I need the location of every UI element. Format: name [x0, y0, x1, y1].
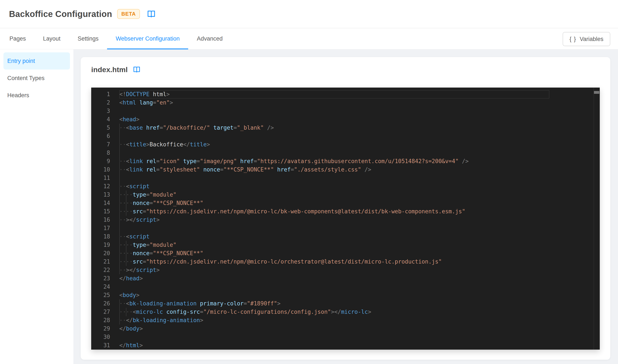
tab-pages[interactable]: Pages [1, 28, 35, 49]
code-line: 28··</bk-loading-animation> [91, 316, 600, 325]
indent-guide [119, 224, 120, 233]
page-title: Backoffice Configuration [9, 9, 112, 19]
code-line: 3 [91, 107, 600, 115]
line-number: 5 [91, 124, 110, 132]
sidebar: Entry pointContent TypesHeaders [0, 49, 73, 364]
line-number: 23 [91, 274, 110, 283]
line-number: 20 [91, 249, 110, 258]
curly-braces-icon: { } [569, 36, 576, 42]
line-number: 27 [91, 308, 110, 316]
code-content: ····<micro-lc config-src="/micro-lc-conf… [119, 308, 371, 316]
code-content: </body> [119, 325, 143, 333]
code-content: ····type="module" [119, 241, 176, 249]
open-book-icon [132, 65, 141, 74]
line-number: 7 [91, 140, 110, 149]
sidebar-item-content-types[interactable]: Content Types [3, 70, 70, 87]
code-line: 8 [91, 149, 600, 157]
code-content: ··<base href="/backoffice/" target="_bla… [119, 124, 274, 132]
header-docs-button[interactable] [146, 9, 156, 19]
code-line: 19····type="module" [91, 241, 600, 249]
line-number: 2 [91, 99, 110, 107]
code-line: 13····type="module" [91, 191, 600, 199]
code-line: 20····nonce="**CSP_NONCE**" [91, 249, 600, 258]
line-number: 28 [91, 316, 110, 325]
code-line: 24 [91, 283, 600, 291]
indent-guide [119, 174, 120, 182]
editor-scrollbar-track [593, 88, 600, 350]
editor-scrollbar-thumb[interactable] [594, 91, 599, 94]
code-content: ····nonce="**CSP_NONCE**" [119, 199, 203, 207]
tab-webserver-configuration[interactable]: Webserver Configuration [107, 28, 188, 49]
code-content: </html> [119, 341, 143, 350]
code-content: ··<script [119, 233, 150, 241]
card-header: index.html [91, 65, 141, 74]
code-content: ····src="https://cdn.jsdelivr.net/npm/@m… [119, 258, 442, 266]
line-number: 21 [91, 258, 110, 266]
code-content: ··<title>Backoffice</title> [119, 140, 210, 149]
code-content: ··<link rel="stylesheet" nonce="**CSP_NO… [119, 166, 371, 174]
line-number: 25 [91, 291, 110, 299]
line-number: 4 [91, 115, 110, 124]
code-line: 5··<base href="/backoffice/" target="_bl… [91, 124, 600, 132]
code-content: <head> [119, 115, 140, 124]
code-line: 30 [91, 333, 600, 341]
variables-button[interactable]: { } Variables [563, 32, 610, 46]
indent-guide [119, 132, 120, 140]
line-number: 14 [91, 199, 110, 207]
code-line: 26··<bk-loading-animation primary-color=… [91, 299, 600, 308]
code-content: <html lang="en"> [119, 99, 173, 107]
code-line: 31</html> [91, 341, 600, 350]
beta-badge: BETA [117, 9, 140, 19]
variables-button-label: Variables [579, 36, 603, 42]
code-content: <body> [119, 291, 140, 299]
code-content: ····src="https://cdn.jsdelivr.net/npm/@m… [119, 207, 465, 216]
code-line: 23</head> [91, 274, 600, 283]
line-number: 11 [91, 174, 110, 182]
code-line: 17 [91, 224, 600, 233]
sidebar-item-entry-point[interactable]: Entry point [3, 52, 70, 70]
line-number: 24 [91, 283, 110, 291]
code-content: <!DOCTYPE html> [119, 90, 170, 99]
code-line: 1<!DOCTYPE html> [91, 90, 600, 99]
line-number: 9 [91, 157, 110, 166]
code-line: 12··<script [91, 182, 600, 191]
code-line: 7··<title>Backoffice</title> [91, 140, 600, 149]
code-line: 18··<script [91, 233, 600, 241]
page-header: Backoffice Configuration BETA [0, 0, 618, 28]
code-content: ··<link rel="icon" type="image/png" href… [119, 157, 469, 166]
code-line: 15····src="https://cdn.jsdelivr.net/npm/… [91, 207, 600, 216]
code-content: ····type="module" [119, 191, 176, 199]
content-area: Entry pointContent TypesHeaders index.ht… [0, 49, 618, 364]
line-number: 26 [91, 299, 110, 308]
code-line: 6 [91, 132, 600, 140]
code-line: 14····nonce="**CSP_NONCE**" [91, 199, 600, 207]
code-line: 21····src="https://cdn.jsdelivr.net/npm/… [91, 258, 600, 266]
code-line: 16··></script> [91, 216, 600, 224]
tabs: PagesLayoutSettingsWebserver Configurati… [0, 28, 618, 49]
line-number: 29 [91, 325, 110, 333]
tab-settings[interactable]: Settings [69, 28, 107, 49]
code-editor[interactable]: 1<!DOCTYPE html>2<html lang="en">34<head… [91, 88, 600, 350]
tab-advanced[interactable]: Advanced [188, 28, 231, 49]
sidebar-item-headers[interactable]: Headers [3, 87, 70, 104]
file-docs-button[interactable] [132, 65, 141, 74]
line-number: 16 [91, 216, 110, 224]
open-book-icon [146, 9, 156, 19]
line-number: 1 [91, 90, 110, 99]
code-line: 25<body> [91, 291, 600, 299]
code-line: 22··></script> [91, 266, 600, 274]
backoffice-configuration-page: Backoffice Configuration BETA PagesLayou… [0, 0, 618, 364]
file-title: index.html [91, 65, 128, 74]
code-content: ··<bk-loading-animation primary-color="#… [119, 299, 281, 308]
tab-layout[interactable]: Layout [35, 28, 69, 49]
line-number: 31 [91, 341, 110, 350]
line-number: 6 [91, 132, 110, 140]
line-number: 22 [91, 266, 110, 274]
line-number: 10 [91, 166, 110, 174]
code-line: 10··<link rel="stylesheet" nonce="**CSP_… [91, 166, 600, 174]
line-number: 12 [91, 182, 110, 191]
line-number: 30 [91, 333, 110, 341]
code-content: ··<script [119, 182, 150, 191]
code-line: 11 [91, 174, 600, 182]
code-line: 2<html lang="en"> [91, 99, 600, 107]
